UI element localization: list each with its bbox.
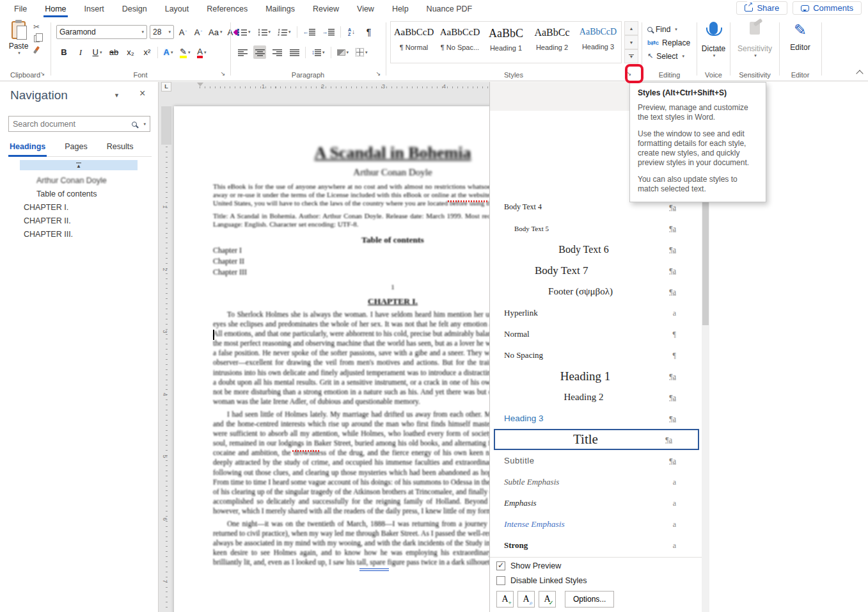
bold-button[interactable]: B [58, 45, 70, 59]
increase-indent-button[interactable]: → [321, 25, 336, 38]
style-row-heading-2[interactable]: Heading 2¶a [490, 387, 702, 408]
search-input[interactable] [9, 120, 132, 129]
underline-button[interactable]: U▾ [91, 45, 104, 59]
style-row-intense-emphasis[interactable]: Intense Emphasisa [490, 513, 702, 535]
style-row-body-text-6[interactable]: Body Text 6¶a [490, 239, 702, 260]
manage-styles-button[interactable]: A✓ [539, 591, 556, 608]
style-normal[interactable]: AaBbCcD ¶ Normal [391, 22, 437, 63]
styles-gallery-more-button[interactable]: ▼ [624, 49, 638, 63]
tab-insert[interactable]: Insert [75, 0, 113, 17]
tab-mailings[interactable]: Mailings [256, 0, 304, 17]
font-size-combo[interactable]: 28▾ [150, 25, 174, 39]
editor-button[interactable]: ✎ Editor [780, 20, 821, 52]
style-row-strong[interactable]: Stronga [490, 535, 702, 556]
heading-item-title-selected[interactable]: ▲ [20, 160, 138, 170]
paste-dropdown-icon[interactable]: ▾ [8, 51, 31, 56]
collapse-ribbon-button[interactable] [856, 70, 863, 77]
style-row-body-text-5[interactable]: Body Text 5¶a [490, 218, 702, 239]
heading-item-chapter-2[interactable]: CHAPTER II. [0, 214, 158, 227]
tab-file[interactable]: File [5, 0, 36, 17]
paste-button[interactable]: Paste ▾ [6, 21, 31, 56]
search-icon[interactable] [132, 122, 137, 127]
align-left-button[interactable] [236, 45, 249, 59]
copy-button[interactable] [34, 35, 40, 42]
align-right-button[interactable] [271, 45, 283, 59]
styles-gallery-up-button[interactable]: ▲ [624, 21, 638, 35]
search-dropdown-icon[interactable]: ▾ [143, 122, 146, 127]
nav-tab-results[interactable]: Results [106, 140, 135, 156]
heading-item-chapter-3[interactable]: CHAPTER III. [0, 227, 158, 241]
font-name-combo[interactable]: Garamond▾ [56, 25, 147, 39]
replace-button[interactable]: b⇄cReplace [642, 36, 697, 49]
tab-home[interactable]: Home [36, 0, 75, 17]
style-row-body-text-7[interactable]: Body Text 7¶a [490, 260, 702, 281]
navigation-pane-close-icon[interactable]: × [139, 88, 145, 99]
subscript-button[interactable]: x₂ [124, 45, 137, 59]
multilevel-list-button[interactable]: ▾ [276, 25, 292, 38]
style-row-heading-3[interactable]: Heading 3¶a [490, 408, 702, 429]
share-button[interactable]: Share [736, 1, 787, 15]
style-heading-2[interactable]: AaBbCc Heading 2 [529, 22, 575, 63]
bullets-button[interactable]: ▾ [236, 25, 252, 38]
disable-linked-styles-checkbox[interactable] [496, 576, 505, 585]
font-dialog-launcher[interactable]: ↘ [219, 69, 227, 77]
first-line-indent-marker[interactable] [197, 83, 203, 90]
style-row-footer[interactable]: Footer (σψμβολ)¶a [490, 281, 702, 302]
shrink-font-button[interactable]: Aˇ [192, 26, 205, 39]
tab-help[interactable]: Help [383, 0, 418, 17]
nav-tab-pages[interactable]: Pages [63, 140, 88, 156]
style-row-hyperlink[interactable]: Hyperlinka [490, 302, 702, 323]
superscript-button[interactable]: x² [141, 45, 154, 59]
paragraph-dialog-launcher[interactable]: ↘ [374, 69, 383, 77]
shading-button[interactable]: ▾ [336, 45, 351, 59]
text-effects-button[interactable]: A▾ [162, 45, 175, 59]
style-heading-1[interactable]: AaBbC Heading 1 [483, 22, 529, 63]
italic-button[interactable]: I [74, 45, 87, 59]
dictate-button[interactable]: Dictate ▾ [697, 20, 730, 58]
style-no-spacing[interactable]: AaBbCcD ¶ No Spac... [437, 22, 483, 63]
style-row-heading-1[interactable]: Heading 1¶a [490, 366, 702, 387]
tab-view[interactable]: View [348, 0, 383, 17]
style-row-subtle-emphasis[interactable]: Subtle Emphasisa [490, 471, 702, 492]
tab-selector[interactable]: L [161, 82, 171, 92]
text-highlight-button[interactable]: ✎▾ [178, 45, 191, 59]
change-case-button[interactable]: Aa▾ [207, 26, 223, 39]
style-inspector-button[interactable]: A⌕ [517, 591, 535, 608]
collapse-icon[interactable]: ▲ [76, 163, 81, 168]
justify-button[interactable] [288, 45, 301, 59]
grow-font-button[interactable]: Aˆ [177, 26, 189, 39]
style-row-title-selected[interactable]: Title¶a [494, 429, 699, 450]
navigation-pane-menu-icon[interactable]: ▼ [114, 92, 120, 99]
style-heading-3[interactable]: AaBbCcD Heading 3 [575, 22, 621, 63]
style-row-emphasis[interactable]: Emphasisa [490, 492, 702, 513]
nav-tab-headings[interactable]: Headings [8, 140, 47, 156]
tab-design[interactable]: Design [113, 0, 156, 17]
style-row-normal[interactable]: Normal¶ [490, 323, 702, 344]
select-button[interactable]: ↖Select▾ [642, 49, 697, 63]
sort-button[interactable]: AZ↓ [345, 25, 358, 38]
styles-gallery-down-button[interactable]: ▼ [624, 35, 638, 49]
borders-button[interactable]: ▾ [354, 45, 369, 59]
decrease-indent-button[interactable]: ← [302, 25, 317, 38]
numbering-button[interactable]: ▾ [256, 25, 272, 38]
align-center-button[interactable] [253, 45, 266, 59]
options-button[interactable]: Options... [565, 591, 614, 608]
show-hide-pilcrow-button[interactable]: ¶ [363, 25, 375, 38]
tab-layout[interactable]: Layout [156, 0, 198, 17]
style-row-no-spacing[interactable]: No Spacing¶ [490, 344, 702, 366]
heading-item-toc[interactable]: Table of contents [0, 187, 158, 200]
format-painter-button[interactable] [33, 46, 40, 54]
clipboard-dialog-launcher[interactable]: ↘ [38, 69, 47, 77]
find-button[interactable]: Find▾ [642, 22, 697, 36]
tab-review[interactable]: Review [304, 0, 348, 17]
cut-button[interactable]: ✂ [33, 22, 40, 31]
tab-references[interactable]: References [198, 0, 256, 17]
comments-button[interactable]: Comments [793, 1, 862, 15]
font-color-button[interactable]: A▾ [195, 45, 208, 59]
new-style-button[interactable]: A+ [496, 591, 514, 608]
heading-item-chapter-1[interactable]: CHAPTER I. [0, 200, 158, 214]
style-row-subtitle[interactable]: Subtitle¶a [490, 450, 702, 471]
show-preview-checkbox[interactable] [496, 561, 505, 570]
tab-nuance-pdf[interactable]: Nuance PDF [418, 0, 482, 17]
line-spacing-button[interactable]: ↕▾ [310, 45, 326, 59]
